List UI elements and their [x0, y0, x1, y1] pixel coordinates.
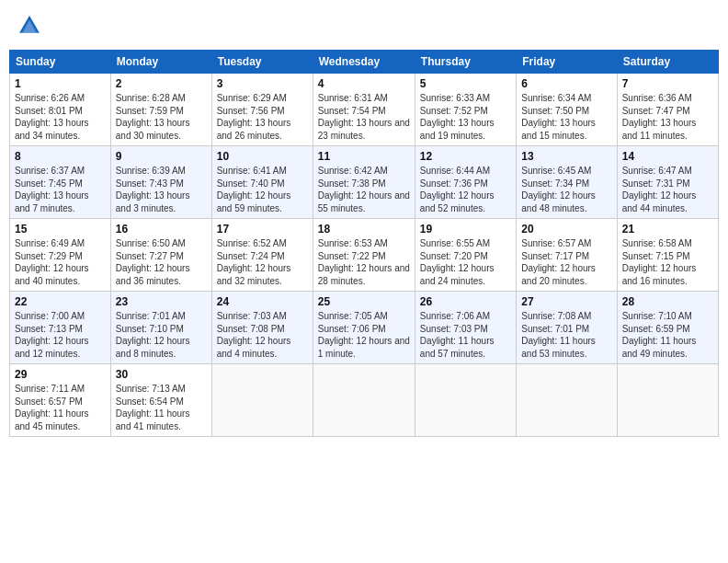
- day-number: 11: [318, 150, 410, 163]
- day-info: Sunrise: 6:42 AM Sunset: 7:38 PM Dayligh…: [318, 165, 410, 214]
- day-info: Sunrise: 6:39 AM Sunset: 7:43 PM Dayligh…: [116, 165, 207, 214]
- day-number: 21: [622, 223, 713, 236]
- day-info: Sunrise: 6:31 AM Sunset: 7:54 PM Dayligh…: [318, 92, 410, 142]
- calendar-table: SundayMondayTuesdayWednesdayThursdayFrid…: [9, 50, 719, 437]
- calendar-cell: 30 Sunrise: 7:13 AM Sunset: 6:54 PM Dayl…: [110, 364, 211, 437]
- day-info: Sunrise: 6:55 AM Sunset: 7:20 PM Dayligh…: [420, 237, 511, 287]
- calendar-cell: 16 Sunrise: 6:50 AM Sunset: 7:27 PM Dayl…: [110, 219, 211, 292]
- calendar-cell: 10 Sunrise: 6:41 AM Sunset: 7:40 PM Dayl…: [211, 146, 313, 219]
- calendar-cell: [313, 364, 415, 437]
- calendar-cell: 29 Sunrise: 7:11 AM Sunset: 6:57 PM Dayl…: [10, 364, 111, 437]
- day-number: 16: [116, 223, 207, 236]
- day-info: Sunrise: 6:58 AM Sunset: 7:15 PM Dayligh…: [622, 237, 713, 287]
- day-header-sunday: Sunday: [10, 51, 111, 74]
- day-info: Sunrise: 6:49 AM Sunset: 7:29 PM Dayligh…: [15, 237, 106, 287]
- day-number: 17: [217, 223, 308, 236]
- header-row: SundayMondayTuesdayWednesdayThursdayFrid…: [10, 51, 719, 74]
- day-number: 5: [420, 77, 511, 90]
- calendar-cell: 3 Sunrise: 6:29 AM Sunset: 7:56 PM Dayli…: [211, 74, 313, 146]
- calendar-cell: 27 Sunrise: 7:08 AM Sunset: 7:01 PM Dayl…: [517, 292, 617, 364]
- calendar-cell: 19 Sunrise: 6:55 AM Sunset: 7:20 PM Dayl…: [415, 219, 516, 292]
- calendar-cell: 6 Sunrise: 6:34 AM Sunset: 7:50 PM Dayli…: [517, 74, 617, 146]
- calendar-cell: 28 Sunrise: 7:10 AM Sunset: 6:59 PM Dayl…: [617, 292, 718, 364]
- calendar-cell: 9 Sunrise: 6:39 AM Sunset: 7:43 PM Dayli…: [110, 146, 211, 219]
- day-info: Sunrise: 7:01 AM Sunset: 7:10 PM Dayligh…: [116, 310, 207, 360]
- day-number: 6: [521, 77, 611, 90]
- logo-icon: [17, 13, 42, 39]
- calendar-cell: 26 Sunrise: 7:06 AM Sunset: 7:03 PM Dayl…: [415, 292, 516, 364]
- day-number: 3: [217, 77, 308, 90]
- logo: [17, 13, 46, 39]
- day-info: Sunrise: 6:47 AM Sunset: 7:31 PM Dayligh…: [622, 165, 713, 214]
- calendar-week-3: 15 Sunrise: 6:49 AM Sunset: 7:29 PM Dayl…: [10, 219, 719, 292]
- day-info: Sunrise: 6:28 AM Sunset: 7:59 PM Dayligh…: [116, 92, 207, 142]
- day-info: Sunrise: 6:34 AM Sunset: 7:50 PM Dayligh…: [521, 92, 611, 142]
- calendar-cell: 17 Sunrise: 6:52 AM Sunset: 7:24 PM Dayl…: [211, 219, 313, 292]
- day-info: Sunrise: 7:08 AM Sunset: 7:01 PM Dayligh…: [521, 310, 611, 360]
- calendar-cell: [617, 364, 718, 437]
- day-info: Sunrise: 7:03 AM Sunset: 7:08 PM Dayligh…: [217, 310, 308, 360]
- day-info: Sunrise: 6:57 AM Sunset: 7:17 PM Dayligh…: [521, 237, 611, 287]
- calendar-cell: 23 Sunrise: 7:01 AM Sunset: 7:10 PM Dayl…: [110, 292, 211, 364]
- day-header-wednesday: Wednesday: [313, 51, 415, 74]
- calendar-week-5: 29 Sunrise: 7:11 AM Sunset: 6:57 PM Dayl…: [10, 364, 719, 437]
- day-info: Sunrise: 6:45 AM Sunset: 7:34 PM Dayligh…: [521, 165, 611, 214]
- page-header: [9, 9, 719, 42]
- calendar-cell: 18 Sunrise: 6:53 AM Sunset: 7:22 PM Dayl…: [313, 219, 415, 292]
- day-number: 22: [15, 295, 106, 308]
- day-number: 30: [116, 368, 207, 381]
- day-number: 13: [521, 150, 611, 163]
- calendar-cell: 8 Sunrise: 6:37 AM Sunset: 7:45 PM Dayli…: [10, 146, 111, 219]
- calendar-week-1: 1 Sunrise: 6:26 AM Sunset: 8:01 PM Dayli…: [10, 74, 719, 146]
- day-info: Sunrise: 6:53 AM Sunset: 7:22 PM Dayligh…: [318, 237, 410, 287]
- day-number: 2: [116, 77, 207, 90]
- day-info: Sunrise: 7:05 AM Sunset: 7:06 PM Dayligh…: [318, 310, 410, 360]
- day-header-tuesday: Tuesday: [211, 51, 313, 74]
- calendar-cell: 13 Sunrise: 6:45 AM Sunset: 7:34 PM Dayl…: [517, 146, 617, 219]
- calendar-cell: [211, 364, 313, 437]
- day-number: 14: [622, 150, 713, 163]
- day-number: 4: [318, 77, 410, 90]
- day-number: 25: [318, 295, 410, 308]
- day-info: Sunrise: 6:36 AM Sunset: 7:47 PM Dayligh…: [622, 92, 713, 142]
- calendar-cell: 12 Sunrise: 6:44 AM Sunset: 7:36 PM Dayl…: [415, 146, 516, 219]
- calendar-cell: 7 Sunrise: 6:36 AM Sunset: 7:47 PM Dayli…: [617, 74, 718, 146]
- day-number: 10: [217, 150, 308, 163]
- calendar-week-4: 22 Sunrise: 7:00 AM Sunset: 7:13 PM Dayl…: [10, 292, 719, 364]
- day-info: Sunrise: 6:50 AM Sunset: 7:27 PM Dayligh…: [116, 237, 207, 287]
- day-info: Sunrise: 7:06 AM Sunset: 7:03 PM Dayligh…: [420, 310, 511, 360]
- day-info: Sunrise: 6:29 AM Sunset: 7:56 PM Dayligh…: [217, 92, 308, 142]
- calendar-cell: [415, 364, 516, 437]
- calendar-cell: 14 Sunrise: 6:47 AM Sunset: 7:31 PM Dayl…: [617, 146, 718, 219]
- day-number: 19: [420, 223, 511, 236]
- day-info: Sunrise: 6:26 AM Sunset: 8:01 PM Dayligh…: [15, 92, 106, 142]
- calendar-cell: 2 Sunrise: 6:28 AM Sunset: 7:59 PM Dayli…: [110, 74, 211, 146]
- day-number: 7: [622, 77, 713, 90]
- calendar-cell: 4 Sunrise: 6:31 AM Sunset: 7:54 PM Dayli…: [313, 74, 415, 146]
- day-info: Sunrise: 6:37 AM Sunset: 7:45 PM Dayligh…: [15, 165, 106, 214]
- day-info: Sunrise: 7:00 AM Sunset: 7:13 PM Dayligh…: [15, 310, 106, 360]
- day-header-friday: Friday: [517, 51, 617, 74]
- day-number: 24: [217, 295, 308, 308]
- day-number: 29: [15, 368, 106, 381]
- calendar-cell: 21 Sunrise: 6:58 AM Sunset: 7:15 PM Dayl…: [617, 219, 718, 292]
- day-number: 9: [116, 150, 207, 163]
- day-number: 23: [116, 295, 207, 308]
- day-number: 12: [420, 150, 511, 163]
- calendar-cell: 15 Sunrise: 6:49 AM Sunset: 7:29 PM Dayl…: [10, 219, 111, 292]
- day-info: Sunrise: 7:13 AM Sunset: 6:54 PM Dayligh…: [116, 383, 207, 432]
- calendar-cell: 5 Sunrise: 6:33 AM Sunset: 7:52 PM Dayli…: [415, 74, 516, 146]
- calendar-cell: 22 Sunrise: 7:00 AM Sunset: 7:13 PM Dayl…: [10, 292, 111, 364]
- calendar-cell: [517, 364, 617, 437]
- day-number: 15: [15, 223, 106, 236]
- day-number: 26: [420, 295, 511, 308]
- day-number: 18: [318, 223, 410, 236]
- calendar-body: 1 Sunrise: 6:26 AM Sunset: 8:01 PM Dayli…: [10, 74, 719, 437]
- calendar-cell: 11 Sunrise: 6:42 AM Sunset: 7:38 PM Dayl…: [313, 146, 415, 219]
- calendar-week-2: 8 Sunrise: 6:37 AM Sunset: 7:45 PM Dayli…: [10, 146, 719, 219]
- day-info: Sunrise: 6:41 AM Sunset: 7:40 PM Dayligh…: [217, 165, 308, 214]
- day-number: 27: [521, 295, 611, 308]
- calendar-header: SundayMondayTuesdayWednesdayThursdayFrid…: [10, 51, 719, 74]
- day-info: Sunrise: 6:52 AM Sunset: 7:24 PM Dayligh…: [217, 237, 308, 287]
- calendar-cell: 25 Sunrise: 7:05 AM Sunset: 7:06 PM Dayl…: [313, 292, 415, 364]
